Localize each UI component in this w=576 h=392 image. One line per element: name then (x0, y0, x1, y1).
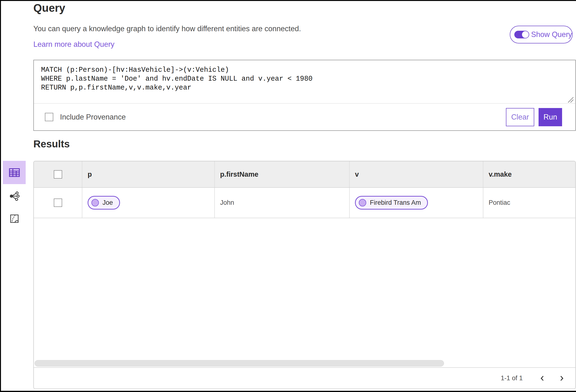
run-button[interactable]: Run (539, 108, 562, 126)
row-select-cell (34, 188, 82, 218)
include-provenance-label: Include Provenance (60, 113, 126, 121)
link-chart-view-button[interactable] (3, 188, 26, 205)
column-header-p[interactable]: p (87, 170, 92, 178)
query-input[interactable]: MATCH (p:Person)-[hv:HasVehicle]->(v:Veh… (34, 60, 575, 104)
cell-p-firstname: John (220, 199, 234, 207)
entity-pill-label: Firebird Trans Am (370, 199, 421, 207)
table-footer: 1-1 of 1 (34, 367, 575, 389)
learn-more-link[interactable]: Learn more about Query (33, 40, 115, 49)
table-row: Joe John Firebird Trans Am Pontiac (34, 188, 575, 218)
show-query-label: Show Query (531, 30, 572, 39)
cell-v-make: Pontiac (489, 199, 510, 207)
results-heading: Results (33, 138, 70, 150)
table-view-icon (8, 166, 21, 179)
horizontal-scrollbar[interactable] (34, 360, 444, 366)
page-description: You can query a knowledge graph to ident… (33, 25, 301, 33)
query-editor-panel: MATCH (p:Person)-[hv:HasVehicle]->(v:Veh… (33, 60, 576, 131)
table-header-row: p p.firstName v v.make (34, 161, 575, 188)
previous-page-button[interactable] (537, 373, 548, 384)
map-view-icon (9, 214, 19, 224)
select-all-checkbox[interactable] (54, 170, 62, 179)
map-view-button[interactable] (3, 210, 26, 227)
pagination-range-label: 1-1 of 1 (501, 374, 523, 382)
column-header-p-firstname[interactable]: p.firstName (220, 170, 259, 178)
chevron-left-icon (538, 374, 547, 382)
resize-handle-icon[interactable] (567, 96, 574, 103)
table-view-button[interactable] (3, 161, 26, 184)
include-provenance-checkbox[interactable] (45, 113, 53, 121)
next-page-button[interactable] (556, 373, 567, 384)
query-editor-footer: Include Provenance Clear Run (34, 104, 575, 130)
page-title: Query (33, 1, 65, 14)
show-query-toggle[interactable]: Show Query (510, 26, 573, 43)
clear-button[interactable]: Clear (506, 108, 534, 126)
chevron-right-icon (557, 374, 566, 382)
entity-pill-label: Joe (102, 199, 113, 207)
table-empty-area (34, 218, 575, 367)
column-header-v-make[interactable]: v.make (489, 170, 512, 178)
link-chart-view-icon (9, 191, 20, 202)
column-header-v[interactable]: v (355, 170, 359, 178)
toggle-on-icon[interactable] (514, 31, 529, 38)
entity-icon (359, 199, 366, 207)
entity-pill-person[interactable]: Joe (87, 196, 120, 210)
toggle-knob (522, 31, 529, 38)
entity-pill-vehicle[interactable]: Firebird Trans Am (355, 196, 428, 210)
select-all-cell (34, 161, 82, 187)
row-checkbox[interactable] (54, 199, 62, 207)
results-table-panel: p p.firstName v v.make Joe John Firebird… (33, 161, 576, 389)
entity-icon (91, 199, 99, 207)
